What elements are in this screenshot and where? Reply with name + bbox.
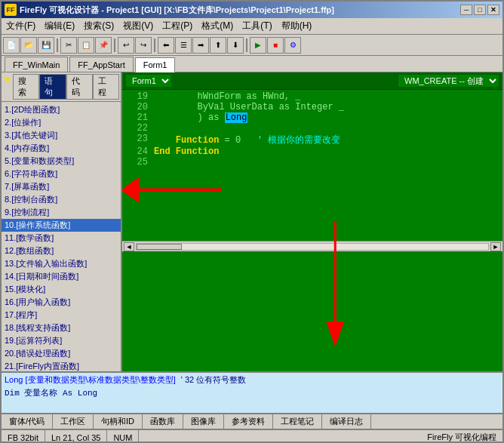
list-item[interactable]: 18.[线程支持函数] xyxy=(2,321,121,334)
list-item[interactable]: 7.[屏幕函数] xyxy=(2,180,121,193)
list-item[interactable]: 17.[程序] xyxy=(2,309,121,321)
list-item[interactable]: 11.[数学函数] xyxy=(2,232,121,245)
toolbar-align-right[interactable]: ➡ xyxy=(192,37,209,54)
info-code-example: Dim 变量名称 As Long xyxy=(5,387,499,398)
btab-function-lib[interactable]: 函数库 xyxy=(143,414,183,429)
menu-format[interactable]: 格式(M) xyxy=(197,18,238,34)
list-item[interactable]: 5.[变量和数据类型] xyxy=(2,155,121,168)
title-controls: ─ □ ✕ xyxy=(460,5,499,15)
menu-view[interactable]: 视图(V) xyxy=(118,18,158,34)
toolbar-run[interactable]: ▶ xyxy=(250,37,266,54)
title-bar: FF FireFly 可视化设计器 - Project1 [GUI] [X:\F… xyxy=(2,2,502,18)
toolbar-copy[interactable]: 📋 xyxy=(78,37,94,54)
status-bar: FB 32bit Ln 21, Col 35 NUM FireFly 可视化编程 xyxy=(2,429,502,443)
list-item[interactable]: 1.[2D绘图函数] xyxy=(2,103,121,116)
menu-tools[interactable]: 工具(T) xyxy=(238,18,276,34)
close-button[interactable]: ✕ xyxy=(487,5,499,15)
toolbar-align-bottom[interactable]: ⬇ xyxy=(227,37,244,54)
toolbar-sep-4 xyxy=(246,38,247,52)
event-selector[interactable]: WM_CREATE -- 创建 xyxy=(398,74,499,88)
scroll-thumb-h[interactable] xyxy=(137,244,182,250)
list-item-selected[interactable]: 10.[操作系统函数] xyxy=(2,219,121,232)
code-line-24: 24 End Function xyxy=(122,146,502,157)
btab-handle-id[interactable]: 句柄和ID xyxy=(94,414,143,429)
minimize-button[interactable]: ─ xyxy=(460,5,472,15)
info-panel: Long [变量和数据类型\标准数据类型\整数类型] ' 32 位有符号整数 D… xyxy=(2,371,502,413)
scroll-track-h[interactable] xyxy=(136,243,489,251)
star-icon: ★ xyxy=(3,74,11,100)
scroll-left-btn[interactable]: ◄ xyxy=(124,242,134,251)
list-item[interactable]: 6.[字符串函数] xyxy=(2,168,121,180)
menu-search[interactable]: 搜索(S) xyxy=(79,18,118,34)
list-item[interactable]: 19.[运算符列表] xyxy=(2,334,121,347)
toolbar-build[interactable]: ⚙ xyxy=(284,37,301,54)
code-line-19: 19 hWndForm as HWnd, _ xyxy=(122,91,502,102)
list-item[interactable]: 9.[控制流程] xyxy=(2,206,121,219)
toolbar-new[interactable]: 📄 xyxy=(3,37,20,54)
tab-bar: FF_WinMain FF_AppStart Form1 xyxy=(2,56,502,72)
btab-workspace[interactable]: 工作区 xyxy=(53,414,94,429)
toolbar-redo[interactable]: ↪ xyxy=(135,37,152,54)
list-item[interactable]: 15.[模块化] xyxy=(2,283,121,296)
code-editor[interactable]: Form1 WM_CREATE -- 创建 19 hWndForm as HWn… xyxy=(122,72,502,371)
menu-bar: 文件(F) 编辑(E) 搜索(S) 视图(V) 工程(P) 格式(M) 工具(T… xyxy=(2,18,502,35)
list-item[interactable]: 21.[FireFly内置函数] xyxy=(2,360,121,371)
info-breadcrumb-line: Long [变量和数据类型\标准数据类型\整数类型] ' 32 位有符号整数 xyxy=(5,374,499,386)
tab-ff-appstart[interactable]: FF_AppStart xyxy=(69,57,133,72)
code-line-20: 20 ByVal UserData as Integer _ xyxy=(122,102,502,112)
list-item[interactable]: 20.[错误处理函数] xyxy=(2,347,121,360)
toolbar-sep-1 xyxy=(57,38,58,52)
scroll-right-btn[interactable]: ► xyxy=(490,242,501,251)
toolbar: 📄 📂 💾 ✂ 📋 📌 ↩ ↪ ⬅ ☰ ➡ ⬆ ⬇ ▶ ■ ⚙ xyxy=(2,35,502,56)
toolbar-sep-3 xyxy=(154,38,155,52)
toolbar-align-top[interactable]: ⬆ xyxy=(210,37,226,54)
code-line-25: 25 xyxy=(122,157,502,168)
form-selector[interactable]: Form1 xyxy=(125,74,172,88)
status-app-name: FireFly 可视化编程 xyxy=(421,430,502,443)
lp-tab-project[interactable]: 工程 xyxy=(93,74,119,100)
bottom-tab-bar: 窗体/代码 工作区 句柄和ID 函数库 图像库 参考资料 工程笔记 编译日志 xyxy=(2,413,502,429)
tab-form1[interactable]: Form1 xyxy=(135,57,176,72)
toolbar-open[interactable]: 📂 xyxy=(20,37,37,54)
info-type-link[interactable]: Long [变量和数据类型\标准数据类型\整数类型] xyxy=(5,375,176,384)
btab-project-notes[interactable]: 工程笔记 xyxy=(273,414,322,429)
status-platform: FB 32bit xyxy=(2,430,45,443)
main-area: ★ 搜索 语句 代码 工程 1.[2D绘图函数] 2.[位操作] 3.[其他关键… xyxy=(2,72,502,371)
menu-file[interactable]: 文件(F) xyxy=(2,18,40,34)
code-line-23: 23 Function = 0 ' 根据你的需要改变 xyxy=(122,134,502,146)
left-panel: ★ 搜索 语句 代码 工程 1.[2D绘图函数] 2.[位操作] 3.[其他关键… xyxy=(2,72,122,371)
btab-reference[interactable]: 参考资料 xyxy=(224,414,273,429)
list-item[interactable]: 2.[位操作] xyxy=(2,116,121,129)
btab-window-code[interactable]: 窗体/代码 xyxy=(2,414,53,429)
list-item[interactable]: 4.[内存函数] xyxy=(2,142,121,155)
toolbar-align-center[interactable]: ☰ xyxy=(175,37,192,54)
toolbar-undo[interactable]: ↩ xyxy=(118,37,134,54)
toolbar-cut[interactable]: ✂ xyxy=(60,37,77,54)
toolbar-align-left[interactable]: ⬅ xyxy=(158,37,174,54)
code-line-22: 22 xyxy=(122,123,502,134)
toolbar-save[interactable]: 💾 xyxy=(38,37,54,54)
menu-project[interactable]: 工程(P) xyxy=(158,18,197,34)
tab-ff-winmain[interactable]: FF_WinMain xyxy=(5,57,68,72)
toolbar-paste[interactable]: 📌 xyxy=(95,37,112,54)
lp-tab-code[interactable]: 代码 xyxy=(66,74,93,100)
list-item[interactable]: 8.[控制台函数] xyxy=(2,193,121,206)
menu-edit[interactable]: 编辑(E) xyxy=(40,18,79,34)
list-item[interactable]: 14.[日期和时间函数] xyxy=(2,270,121,283)
lp-tab-search[interactable]: 搜索 xyxy=(13,74,39,100)
toolbar-stop[interactable]: ■ xyxy=(267,37,284,54)
list-item[interactable]: 16.[用户输入函数] xyxy=(2,296,121,309)
list-item[interactable]: 13.[文件输入输出函数] xyxy=(2,257,121,270)
maximize-button[interactable]: □ xyxy=(474,5,486,15)
menu-help[interactable]: 帮助(H) xyxy=(277,18,317,34)
app-icon: FF xyxy=(5,4,17,16)
left-panel-header: ★ 搜索 语句 代码 工程 xyxy=(2,72,121,102)
list-item[interactable]: 12.[数组函数] xyxy=(2,245,121,257)
code-line-21: 21 ) as Long xyxy=(122,112,502,123)
lp-tab-syntax[interactable]: 语句 xyxy=(39,74,66,100)
left-panel-list: 1.[2D绘图函数] 2.[位操作] 3.[其他关键词] 4.[内存函数] 5.… xyxy=(2,102,121,371)
horizontal-scrollbar[interactable]: ◄ ► xyxy=(122,241,502,251)
btab-compile-log[interactable]: 编译日志 xyxy=(322,414,371,429)
list-item[interactable]: 3.[其他关键词] xyxy=(2,129,121,142)
btab-image-lib[interactable]: 图像库 xyxy=(183,414,224,429)
